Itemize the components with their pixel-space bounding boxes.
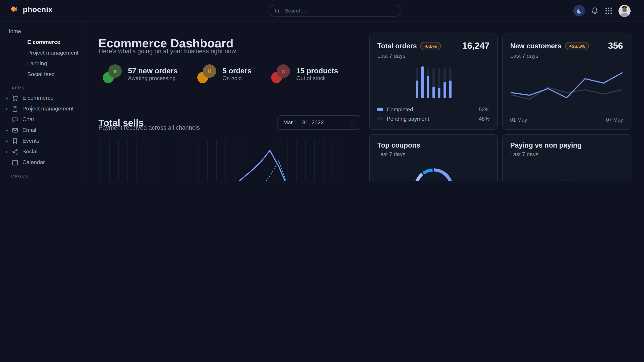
sidebar-subitem-social-feed[interactable]: Social feed: [0, 69, 84, 80]
coupons-donut-chart: 72%: [412, 166, 455, 181]
card-period: Last 7 days: [510, 151, 623, 157]
orders-bar-chart: [377, 59, 490, 105]
change-badge: +26.5%: [565, 42, 589, 50]
bell-icon: [591, 7, 599, 15]
bookmark-icon: [12, 137, 18, 144]
stat-out-of-stock: × 15 products Out of stock: [271, 64, 338, 83]
legend-item: Completed 52%: [377, 105, 490, 113]
card-title: Total orders: [377, 42, 417, 50]
global-search-input[interactable]: [284, 7, 396, 14]
brand-name: phoenix: [23, 5, 52, 14]
sidebar-item-email[interactable]: ▸ Email: [0, 125, 84, 135]
sidebar-item-starter[interactable]: Starter: [0, 181, 84, 181]
date-range-select[interactable]: Mar 1 - 31, 2022: [278, 115, 360, 130]
x-label: 07 May: [606, 117, 623, 122]
orders-legend: Completed 52% Pending payment 48%: [377, 105, 490, 122]
global-search[interactable]: [268, 5, 402, 16]
sidebar-subitem-e-commerce[interactable]: E commerce: [0, 37, 84, 47]
sidebar-subitem-landing[interactable]: Landing: [0, 58, 84, 69]
new-customers-card: New customers +26.5% 356 Last 7 days 01 …: [502, 33, 631, 130]
main-content: Ecommerce Dashboard Here's what's going …: [85, 21, 644, 181]
cross-badge-icon: ×: [271, 64, 290, 83]
page-subtitle: Here's what's going on at your business …: [98, 47, 236, 54]
caret-right-icon: ▸: [6, 150, 12, 154]
sidebar-subitem-project-management[interactable]: Project management: [0, 47, 84, 58]
top-navbar: phoenix: [0, 0, 644, 21]
sidebar-item-e-commerce[interactable]: ▸ E commerce: [0, 93, 84, 103]
sidebar-section-label: PAGES: [11, 174, 84, 178]
star-badge-icon: ★: [103, 64, 122, 83]
total-sells-chart: [99, 140, 360, 181]
card-title: Paying vs non paying: [510, 141, 582, 149]
app-root: phoenix: [0, 0, 644, 181]
caret-right-icon: ▸: [6, 96, 12, 100]
change-badge: -6.8%: [420, 42, 441, 50]
card-period: Last 7 days: [510, 53, 623, 59]
card-period: Last 7 days: [377, 53, 490, 59]
sidebar-item-home[interactable]: Home: [0, 26, 84, 37]
paying-gauge-chart: [510, 157, 623, 181]
caret-right-icon: ▸: [6, 139, 12, 143]
sidebar-item-chat[interactable]: Chat: [0, 114, 84, 125]
moon-icon: [576, 7, 582, 14]
stat-awating-processing: ★ 57 new orders Awating processing: [103, 64, 178, 83]
phoenix-logo-icon: [9, 4, 20, 15]
sidebar-item-events[interactable]: ▸ Events: [0, 135, 84, 146]
search-icon: [274, 8, 280, 14]
caret-right-icon: ▸: [6, 128, 12, 132]
cart-icon: [12, 95, 18, 101]
card-value: 16,247: [462, 41, 490, 51]
card-title: New customers: [510, 42, 562, 50]
card-title: Top coupons: [377, 141, 420, 149]
stat-on-hold: 5 orders On hold: [197, 64, 252, 83]
notifications-button[interactable]: [591, 7, 599, 15]
clipboard-icon: [12, 105, 18, 112]
sidebar-item-calendar[interactable]: Calendar: [0, 157, 84, 168]
pause-badge-icon: [197, 64, 216, 83]
navbar-actions: [573, 0, 630, 21]
customers-line-chart: [510, 59, 623, 114]
date-range-value: Mar 1 - 31, 2022: [283, 119, 324, 126]
avatar-image: [618, 5, 630, 17]
nine-dots-grid-icon: [604, 7, 613, 15]
chat-icon: [12, 116, 18, 123]
sidebar-section-label: APPS: [11, 85, 84, 90]
calendar-icon: [12, 159, 18, 166]
top-coupons-card: Top coupons Last 7 days 72% Percentage d…: [369, 134, 498, 181]
x-label: 01 May: [510, 117, 527, 122]
paying-vs-nonpaying-card: Paying vs non paying Last 7 days Paying …: [502, 134, 631, 181]
caret-right-icon: ▸: [6, 107, 12, 111]
chevron-down-icon: [350, 120, 354, 125]
theme-toggle-button[interactable]: [573, 5, 585, 16]
stats-row: ★ 57 new orders Awating processing 5 ord…: [103, 64, 338, 83]
total-orders-card: Total orders -6.8% 16,247 Last 7 days Co…: [369, 33, 498, 130]
stats-divider: [98, 95, 360, 95]
share-icon: [12, 148, 18, 155]
donut-center-value: 72%: [412, 166, 455, 181]
total-sells-subtitle: Payment received across all channels: [98, 124, 200, 131]
brand[interactable]: phoenix: [9, 4, 52, 15]
card-period: Last 7 days: [377, 151, 490, 157]
mail-icon: [12, 127, 18, 133]
sidebar-item-project-management[interactable]: ▸ Project management: [0, 103, 84, 114]
legend-item: Pending payment 48%: [377, 115, 490, 122]
apps-grid-button[interactable]: [604, 7, 613, 15]
sidebar-nav: HomeE commerceProject managementLandingS…: [0, 21, 84, 181]
customers-x-axis: 01 May 07 May: [510, 114, 623, 122]
sidebar: HomeE commerceProject managementLandingS…: [0, 21, 85, 181]
user-avatar[interactable]: [618, 5, 630, 17]
sidebar-item-social[interactable]: ▸ Social: [0, 146, 84, 157]
card-value: 356: [608, 41, 623, 51]
